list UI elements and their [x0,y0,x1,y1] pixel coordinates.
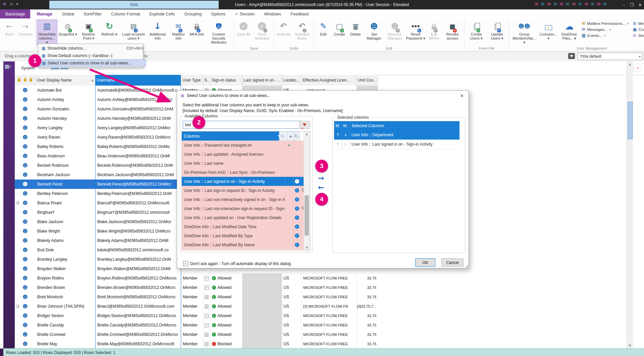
column-header-username[interactable]: Username [95,75,181,86]
list-subheader-3[interactable]: C... [294,132,301,141]
events--button[interactable]: ▦Events...▾ [582,33,629,38]
menu-item-3[interactable]: ▦Select User columns to show in all sub-… [39,59,146,67]
list-subheader-1[interactable]: I... [279,132,287,141]
mfa-info-button[interactable]: ↓MFA info [189,19,205,37]
window-copy-icon[interactable]: ▱ [10,1,13,6]
available-column-row[interactable]: On-Premises from AAD :: Last Sync - On-P… [182,168,304,177]
list-header-columns[interactable]: Columns [182,132,283,141]
move-down-icon[interactable]: ↓ [342,140,350,149]
move-up-icon[interactable]: ↑ [334,140,342,149]
cancel-button[interactable]: Cancel [441,258,464,267]
snapshot-button[interactable]: ◎+Snapshot ▾ [57,19,78,37]
available-column-row[interactable]: User Info :: Last name [182,159,304,168]
additional-info-button[interactable]: ↓Additional Info [147,19,168,41]
create-users-button[interactable]: +Create Users ▾ [466,19,487,41]
table-row[interactable]: ☻Brielle CromwelBrielle.Cromwel@M365x858… [15,330,378,340]
contacts--button[interactable]: ▣Contacts...▾ [633,27,644,32]
load-on-prem-users-button[interactable]: ▤↓Load on-prem users ▾ [120,19,147,41]
licenses--button[interactable]: ¤Licenses... ▾ [538,19,559,41]
set-manager-button[interactable]: ☻Set Manager [364,19,384,41]
move-up-icon[interactable]: ↑ [334,130,342,140]
tab-sort-filter[interactable]: Sort/Filter [79,9,106,18]
available-column-row[interactable]: User Info :: Last signed in on - Sign-in… [182,177,304,186]
selected-column-row[interactable]: ↑↓User Info :: Department [334,130,460,140]
table-row[interactable]: ☻Braylon RollinsBraylon.Rollins@M365x858… [15,273,378,283]
scroll-up-icon[interactable]: ▲ [304,132,310,137]
ok-button[interactable]: OK [415,258,435,267]
scroll-up-icon[interactable]: ▲ [627,61,633,67]
tab-grouping[interactable]: Grouping [180,9,206,18]
group-membership--button[interactable]: ☻☻Group Membership... ▾ [511,19,538,45]
clear-filter-button[interactable]: ✕ [299,121,310,129]
available-column-row[interactable]: User Info :: Last non-interactively sign… [182,195,304,204]
close-button[interactable]: ✕ [638,2,642,7]
column-header-sign-in-status[interactable]: Sign-in status [210,75,242,86]
mailbox-permissions--button[interactable]: ✉Mailbox Permissions...▾ [582,21,629,26]
table-row[interactable]: ☻Brielle MayBrielle.May@M365x85832012.On… [15,339,378,348]
available-column-row[interactable]: User Info :: Last sign-in request ID - S… [182,186,304,195]
delete-button[interactable]: Delete [347,19,364,37]
show-chats--button[interactable]: ⊙Show Chats...▾ [633,33,644,38]
grid-window-tab[interactable]: Grid [49,1,219,9]
create-button[interactable]: ▢+Create [331,19,347,37]
move-right-button[interactable]: → [318,174,324,182]
tab-backstage[interactable]: Backstage [0,9,30,18]
scrollbar-thumb[interactable] [628,102,633,139]
column-header-unit-cos-[interactable]: Unit Cos... [357,75,378,86]
column-header-user-type[interactable]: User Type [181,75,203,86]
custom-security-attributes-button[interactable]: ↓Custom Security Attributes [205,19,232,45]
resize-grip[interactable]: ◢ [465,264,468,268]
grid-views-icon[interactable] [568,53,575,59]
table-row[interactable]: ☻Bridger SextonBridger.Sexton@M365x85832… [15,311,378,321]
update-users-button[interactable]: ✎Update Users ▾ [487,19,507,41]
dialog-title-bar[interactable]: ⊛ Select User columns to show in all sub… [177,91,469,101]
show-hide-columns--button[interactable]: ▥Show/Hide columns... ▾ [37,19,57,45]
menu-item-2[interactable]: ▦Show Default columns (--Sandbox--) [39,52,145,59]
tab-column-format[interactable]: Column Format [106,9,145,18]
table-row[interactable]: ☻Brett McintoshBrett.Mcintosh@M365x85832… [15,292,378,302]
mailbox-info-button[interactable]: ✉↓Mailbox info [168,19,189,41]
onedrive-files--button[interactable]: ☁OneDrive Files... ▾ [559,19,580,41]
reset-password-button[interactable]: ✱✱✱↻Reset Password ▾ [405,19,426,41]
list-subheader-2[interactable]: ▲ [287,132,294,141]
message-rules--button[interactable]: ≣Message Rules...▾ [633,21,644,26]
grid-tools-icon[interactable]: ▦› [5,63,11,69]
selected-column-row[interactable]: ↑↓User Info :: Last signed in on - Sign-… [334,140,460,149]
scroll-down-icon[interactable]: ▼ [304,245,310,250]
available-column-row[interactable]: User Info :: Last non-interactive sign-i… [182,204,304,213]
table-row[interactable]: ☻Brielle CassidyBrielle.Cassidy@M365x858… [15,320,378,330]
list-scrollbar-thumb[interactable] [305,195,309,236]
table-row[interactable]: ☻Brenden BrownBrenden.Brown@M365x8583201… [15,283,378,293]
collapse-panel-button[interactable]: ‹ [633,64,642,72]
available-column-row[interactable]: OneDrive Info :: Last Modified By Namei [182,240,304,250]
restore-point-button[interactable]: ▣+Restore Point ▾ [78,19,99,41]
view-preset-dropdown[interactable]: Ytria default ▾ [578,53,643,60]
table-row[interactable]: ☻Brian Johnson (TAILSPIN)BrianJ@M365x858… [15,302,378,311]
column-header-last-signed-in-on-[interactable]: Last signed in on - ... [242,75,282,86]
available-column-row[interactable]: OneDrive Info :: Last Modified By Typei [182,231,304,241]
quick-access-caret-icon[interactable]: ▾ [16,2,18,6]
grid-sidebar[interactable]: ▦› [3,61,15,348]
available-column-row[interactable]: User Info :: Password last changed on✔ [182,141,304,150]
maximize-button[interactable]: ❒ [630,2,634,7]
dont-ask-checkbox[interactable]: ✓ Don't ask again - Turn off automatic d… [183,261,291,266]
available-column-row[interactable]: User Info :: Last updated - Assigned lic… [182,150,304,159]
tab-session[interactable]: ✓Session [230,9,259,18]
column-header-locatio-[interactable]: Locatio... [282,75,302,86]
scroll-down-icon[interactable]: ▼ [627,343,633,348]
tab-feedback[interactable]: Feedback [286,9,314,18]
vertical-scrollbar[interactable]: ▲ ▼ [627,61,633,348]
available-column-row[interactable]: OneDrive Info :: Last Modified Date Time… [182,222,304,232]
available-column-row[interactable]: User Info :: Last updated on - User Regi… [182,213,304,222]
edit-button[interactable]: ✎Edit [315,19,331,37]
messages--button[interactable]: ✉Messages...▾ [582,27,629,32]
column-header-user-display-name[interactable]: User Display Name▲ [36,75,95,86]
tab-manage[interactable]: Manage [32,9,57,18]
move-down-icon[interactable]: ↓ [342,130,350,140]
column-header-effective-assigned-licen-[interactable]: Effective Assigned Licen... [302,75,357,86]
list-scrollbar[interactable]: ▲▼ [304,132,310,250]
tab-windows[interactable]: Windows [259,9,286,18]
tab-explode-cells[interactable]: Explode Cells [145,9,179,18]
column-header-s-[interactable]: S... [203,75,210,86]
move-left-button[interactable]: ← [318,183,324,192]
